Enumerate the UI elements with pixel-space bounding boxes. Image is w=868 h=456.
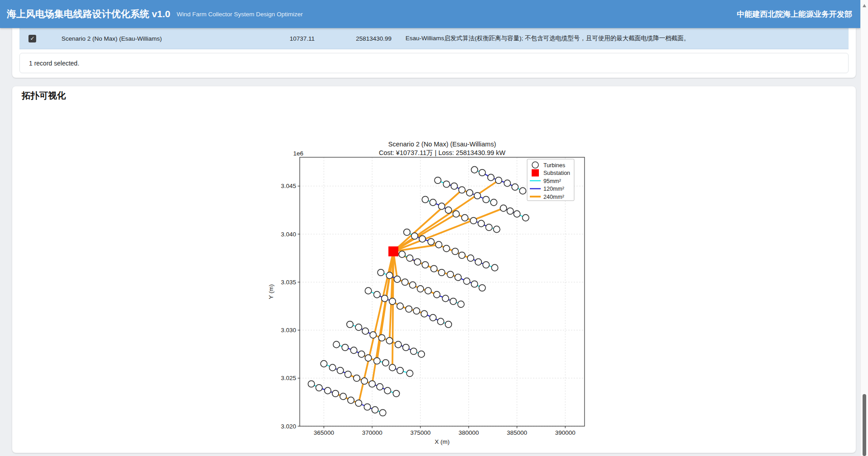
loss-value: 25813430.99 — [315, 35, 392, 42]
org-name: 中能建西北院海上能源业务开发部 — [737, 9, 852, 19]
svg-text:Y (m): Y (m) — [268, 284, 274, 299]
svg-text:3.025: 3.025 — [281, 375, 296, 381]
svg-text:Substation: Substation — [543, 170, 570, 176]
svg-text:Cost: ¥10737.11万 | Loss: 25813: Cost: ¥10737.11万 | Loss: 25813430.99 kW — [379, 149, 505, 156]
record-count: 1 record selected. — [29, 60, 79, 67]
svg-text:3.020: 3.020 — [281, 423, 296, 430]
app-subtitle: Wind Farm Collector System Design Optimi… — [177, 11, 303, 18]
svg-text:365000: 365000 — [314, 429, 334, 436]
cost-value: 10737.11 — [233, 35, 315, 42]
svg-text:385000: 385000 — [507, 429, 527, 436]
scrollbar[interactable] — [860, 0, 868, 456]
app-title: 海上风电场集电线路设计优化系统 v1.0 — [7, 8, 170, 20]
section-title: 拓扑可视化 — [22, 89, 66, 102]
svg-text:Turbines: Turbines — [543, 162, 565, 169]
svg-text:390000: 390000 — [555, 429, 576, 436]
svg-text:X (m): X (m) — [435, 438, 450, 445]
scroll-up-icon[interactable] — [863, 4, 866, 7]
topology-chart: Scenario 2 (No Max) (Esau-Williams)Cost:… — [244, 136, 633, 452]
svg-text:370000: 370000 — [362, 429, 382, 436]
svg-text:3.035: 3.035 — [281, 279, 296, 286]
svg-text:3.030: 3.030 — [281, 327, 296, 334]
check-icon: ✓ — [30, 36, 34, 41]
app-header: 海上风电场集电线路设计优化系统 v1.0 Wind Farm Collector… — [0, 0, 860, 28]
table-footer: 1 record selected. — [19, 53, 849, 73]
scrollbar-thumb[interactable] — [863, 394, 866, 456]
svg-text:95mm²: 95mm² — [543, 178, 561, 184]
scenario-description: Esau-Williams启发式算法(权衡距离与容量); 不包含可选电缆型号，且… — [406, 34, 849, 42]
results-card: ✓ Scenario 2 (No Max) (Esau-Williams) 10… — [12, 28, 856, 78]
scenario-name: Scenario 2 (No Max) (Esau-Williams) — [61, 35, 233, 42]
svg-text:380000: 380000 — [458, 429, 479, 436]
table-row[interactable]: ✓ Scenario 2 (No Max) (Esau-Williams) 10… — [19, 28, 849, 49]
svg-text:240mm²: 240mm² — [543, 194, 564, 200]
select-cell: ✓ — [19, 35, 61, 42]
svg-text:1e6: 1e6 — [293, 150, 303, 157]
svg-text:120mm²: 120mm² — [543, 186, 564, 192]
row-checkbox[interactable]: ✓ — [28, 35, 36, 42]
svg-text:375000: 375000 — [410, 429, 430, 436]
topology-card: 拓扑可视化 Scenario 2 (No Max) (Esau-Williams… — [12, 86, 856, 453]
svg-text:3.040: 3.040 — [281, 231, 296, 238]
svg-text:3.045: 3.045 — [281, 183, 296, 189]
svg-text:Scenario 2 (No Max) (Esau-Will: Scenario 2 (No Max) (Esau-Williams) — [388, 141, 496, 148]
